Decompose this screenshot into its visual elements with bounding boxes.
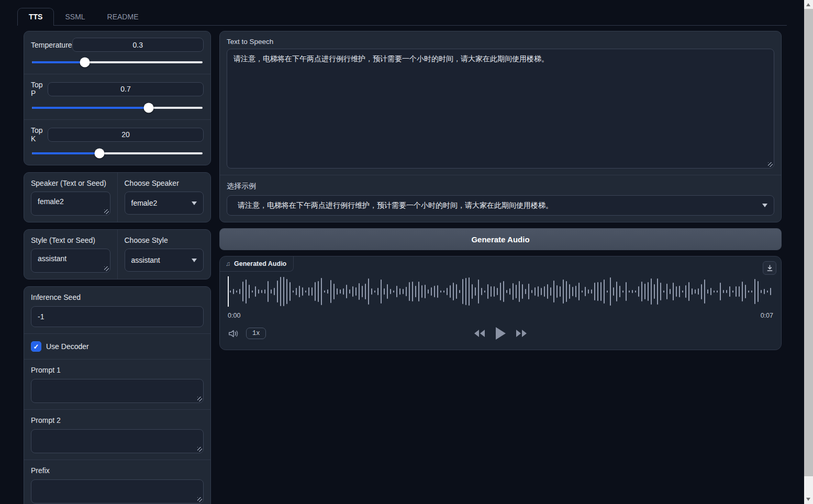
waveform-bar bbox=[717, 290, 718, 293]
waveform-bar bbox=[390, 289, 391, 294]
waveform-bar bbox=[399, 288, 400, 295]
speaker-text-input[interactable] bbox=[31, 192, 110, 216]
chevron-down-icon bbox=[762, 204, 767, 207]
waveform-bar bbox=[723, 290, 724, 293]
waveform[interactable] bbox=[228, 276, 773, 307]
prefix-input[interactable] bbox=[31, 479, 204, 503]
top-k-slider[interactable] bbox=[32, 152, 203, 154]
waveform-bar bbox=[660, 283, 661, 300]
scrollbar-thumb[interactable] bbox=[804, 9, 813, 476]
waveform-bar bbox=[409, 282, 410, 301]
fast-forward-button[interactable] bbox=[515, 329, 528, 338]
volume-button[interactable] bbox=[228, 329, 239, 339]
slider-fill bbox=[32, 61, 85, 63]
waveform-bar bbox=[346, 285, 347, 298]
waveform-bar bbox=[308, 287, 309, 296]
inference-seed-input[interactable] bbox=[31, 306, 204, 327]
waveform-bar bbox=[522, 284, 523, 298]
waveform-bar bbox=[754, 279, 755, 305]
text-to-speech-input[interactable] bbox=[227, 49, 774, 169]
waveform-bar bbox=[352, 286, 353, 297]
rewind-button[interactable] bbox=[473, 329, 486, 338]
waveform-bar bbox=[271, 289, 272, 294]
waveform-bar bbox=[651, 278, 652, 305]
tab-readme[interactable]: README bbox=[96, 8, 150, 25]
waveform-bar bbox=[516, 285, 517, 299]
slider-thumb[interactable] bbox=[80, 58, 90, 68]
style-text-input[interactable] bbox=[31, 249, 110, 273]
inference-seed-label: Inference Seed bbox=[31, 293, 204, 301]
waveform-bar bbox=[657, 278, 658, 305]
top-p-slider-row: Top P bbox=[24, 74, 210, 119]
playback-cursor[interactable] bbox=[228, 276, 229, 307]
waveform-bar bbox=[437, 285, 438, 297]
example-dropdown-value: 请注意，电梯将在下午两点进行例行维护，预计需要一个小时的时间，请大家在此期间使用… bbox=[233, 201, 553, 210]
waveform-bar bbox=[396, 286, 397, 297]
waveform-bar bbox=[421, 285, 422, 297]
use-decoder-checkbox[interactable]: ✓ bbox=[31, 341, 41, 352]
waveform-bar bbox=[289, 282, 291, 301]
choose-style-value: assistant bbox=[131, 256, 160, 264]
text-to-speech-label: Text to Speech bbox=[227, 38, 774, 46]
waveform-bar bbox=[644, 284, 645, 300]
waveform-bar bbox=[355, 287, 357, 296]
slider-thumb[interactable] bbox=[144, 103, 154, 113]
waveform-bar bbox=[600, 282, 602, 301]
waveform-bar bbox=[622, 290, 623, 293]
chevron-down-icon bbox=[192, 259, 197, 262]
waveform-bar bbox=[443, 290, 444, 293]
scroll-up-arrow-icon[interactable] bbox=[806, 3, 810, 6]
waveform-bar bbox=[497, 288, 498, 295]
slider-thumb[interactable] bbox=[94, 149, 104, 159]
play-button[interactable] bbox=[494, 326, 507, 341]
waveform-bar bbox=[277, 281, 278, 303]
top-k-value-input[interactable] bbox=[48, 128, 204, 142]
use-decoder-row[interactable]: ✓ Use Decoder bbox=[24, 333, 210, 359]
waveform-bar bbox=[258, 289, 259, 294]
waveform-bar bbox=[233, 289, 234, 294]
waveform-bar bbox=[246, 279, 247, 304]
prompt-1-input[interactable] bbox=[31, 379, 204, 403]
waveform-bar bbox=[648, 282, 649, 301]
text-to-speech-block: Text to Speech 选择示例 请注意，电梯将在下午两点进行例行维护，预… bbox=[219, 31, 782, 222]
generate-audio-button[interactable]: Generate Audio bbox=[219, 228, 782, 250]
waveform-bar bbox=[619, 286, 620, 297]
waveform-bar bbox=[676, 286, 677, 297]
page-scrollbar[interactable] bbox=[804, 0, 813, 504]
waveform-bar bbox=[330, 280, 331, 303]
slider-fill bbox=[32, 152, 99, 154]
music-note-icon: ♫ bbox=[226, 260, 230, 267]
waveform-bar bbox=[456, 284, 457, 299]
temperature-slider[interactable] bbox=[32, 61, 203, 63]
scroll-down-arrow-icon[interactable] bbox=[806, 498, 810, 501]
waveform-bar bbox=[582, 290, 583, 293]
waveform-bar bbox=[487, 284, 488, 298]
choose-style-dropdown[interactable]: assistant bbox=[125, 249, 204, 272]
tab-tts[interactable]: TTS bbox=[17, 8, 54, 26]
example-dropdown[interactable]: 请注意，电梯将在下午两点进行例行维护，预计需要一个小时的时间，请大家在此期间使用… bbox=[227, 195, 774, 216]
waveform-bar bbox=[654, 284, 655, 299]
waveform-bar bbox=[698, 288, 699, 295]
choose-speaker-dropdown[interactable]: female2 bbox=[125, 192, 204, 215]
top-p-value-input[interactable] bbox=[48, 82, 204, 96]
play-icon bbox=[494, 326, 507, 341]
slider-fill bbox=[32, 107, 149, 109]
waveform-bar bbox=[704, 279, 705, 304]
tab-ssml[interactable]: SSML bbox=[54, 8, 96, 25]
waveform-bar bbox=[337, 288, 338, 294]
playback-speed-button[interactable]: 1x bbox=[246, 328, 266, 339]
waveform-bar bbox=[268, 281, 269, 301]
top-p-slider[interactable] bbox=[32, 107, 203, 109]
download-audio-button[interactable] bbox=[763, 261, 776, 275]
waveform-bar bbox=[459, 290, 460, 293]
download-icon bbox=[766, 265, 773, 272]
waveform-bar bbox=[663, 290, 664, 293]
prompt-2-input[interactable] bbox=[31, 429, 204, 453]
waveform-bar bbox=[550, 287, 551, 296]
waveform-bar bbox=[371, 288, 372, 295]
waveform-bar bbox=[556, 285, 558, 298]
time-row: 0:00 0:07 bbox=[228, 312, 773, 319]
waveform-bar bbox=[453, 283, 454, 300]
fast-forward-icon bbox=[515, 329, 528, 338]
temperature-value-input[interactable] bbox=[72, 38, 204, 52]
